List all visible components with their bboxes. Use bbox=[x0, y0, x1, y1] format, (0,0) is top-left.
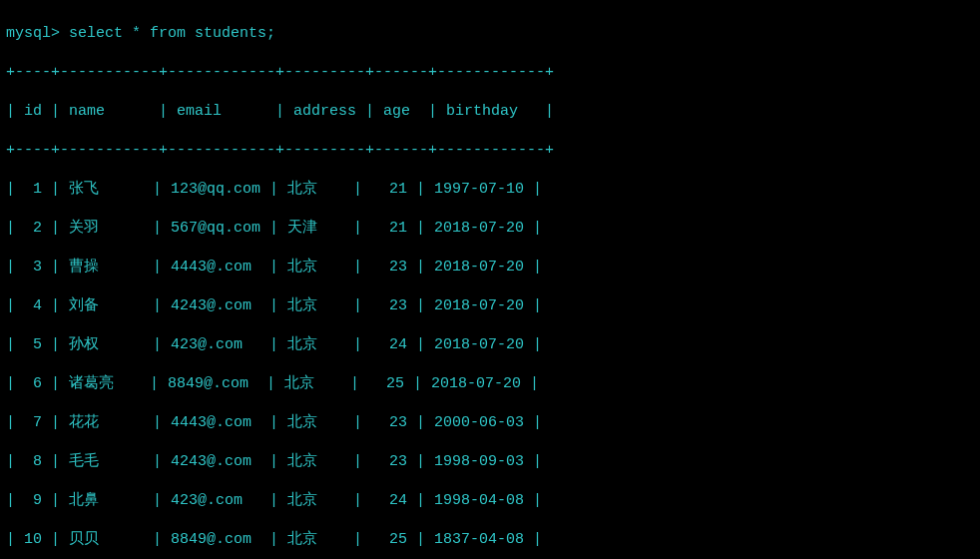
table-row: | 1 | 张飞 | 123@qq.com | 北京 | 21 | 1997-0… bbox=[6, 180, 974, 200]
table-row: | 5 | 孙权 | 423@.com | 北京 | 24 | 2018-07-… bbox=[6, 335, 974, 355]
sql-command-1: select * from students; bbox=[69, 25, 275, 42]
table1-border-mid: +----+-----------+------------+---------… bbox=[6, 141, 974, 161]
table1-header: | id | name | email | address | age | bi… bbox=[6, 102, 974, 122]
mysql-prompt: mysql> bbox=[6, 25, 60, 42]
prompt-line-1[interactable]: mysql> select * from students; bbox=[6, 24, 974, 44]
table-row: | 2 | 关羽 | 567@qq.com | 天津 | 21 | 2018-0… bbox=[6, 219, 974, 239]
table-row: | 8 | 毛毛 | 4243@.com | 北京 | 23 | 1998-09… bbox=[6, 452, 974, 472]
table-row: | 6 | 诸葛亮 | 8849@.com | 北京 | 25 | 2018-0… bbox=[6, 374, 974, 394]
table-row: | 9 | 北鼻 | 423@.com | 北京 | 24 | 1998-04-… bbox=[6, 491, 974, 511]
mysql-terminal[interactable]: mysql> select * from students; +----+---… bbox=[0, 0, 980, 559]
table-row: | 3 | 曹操 | 4443@.com | 北京 | 23 | 2018-07… bbox=[6, 258, 974, 278]
table-row: | 4 | 刘备 | 4243@.com | 北京 | 23 | 2018-07… bbox=[6, 296, 974, 316]
table-row: | 10 | 贝贝 | 8849@.com | 北京 | 25 | 1837-0… bbox=[6, 530, 974, 550]
table-row: | 7 | 花花 | 4443@.com | 北京 | 23 | 2000-06… bbox=[6, 413, 974, 433]
table1-border-top: +----+-----------+------------+---------… bbox=[6, 63, 974, 83]
